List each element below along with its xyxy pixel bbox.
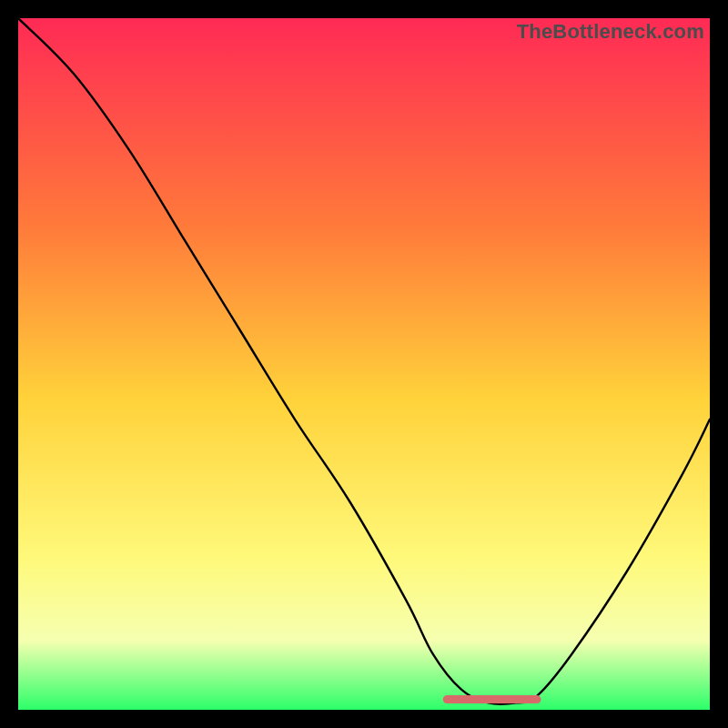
- chart-frame: TheBottleneck.com: [0, 0, 728, 728]
- watermark-text: TheBottleneck.com: [517, 20, 704, 44]
- bottleneck-curve: [18, 18, 710, 704]
- curve-layer: [18, 18, 710, 710]
- plot-area: TheBottleneck.com: [18, 18, 710, 710]
